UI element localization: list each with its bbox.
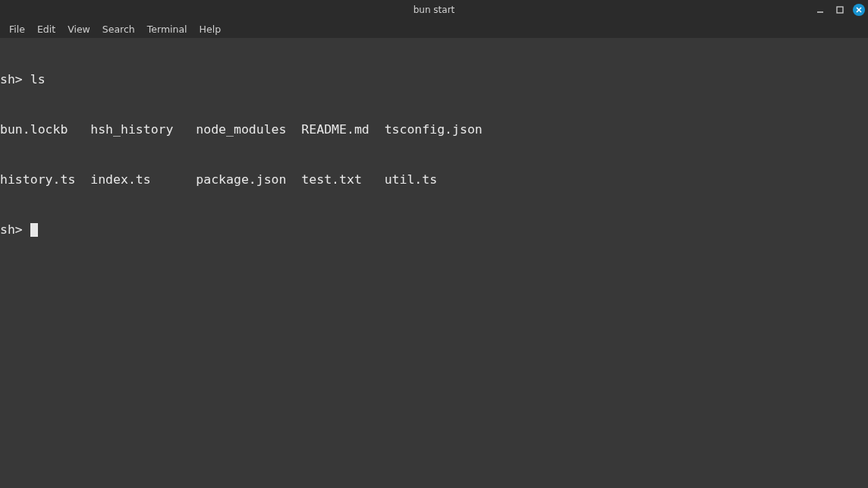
maximize-icon[interactable] — [833, 3, 847, 17]
terminal-body[interactable]: sh> ls bun.lockb hsh_history node_module… — [0, 38, 868, 255]
minimize-icon[interactable] — [813, 3, 827, 17]
terminal-line: bun.lockb hsh_history node_modules READM… — [0, 121, 868, 138]
menu-view[interactable]: View — [61, 21, 96, 37]
terminal-prompt-line: sh> — [0, 222, 868, 238]
menu-help[interactable]: Help — [193, 21, 228, 37]
window-controls — [813, 0, 865, 20]
menu-terminal[interactable]: Terminal — [141, 21, 193, 37]
menubar: File Edit View Search Terminal Help — [0, 20, 868, 38]
terminal-prompt: sh> — [0, 222, 30, 238]
cursor-icon — [30, 223, 38, 237]
svg-rect-1 — [837, 7, 843, 13]
menu-edit[interactable]: Edit — [31, 21, 61, 37]
menu-file[interactable]: File — [3, 21, 31, 37]
terminal-line: history.ts index.ts package.json test.tx… — [0, 172, 868, 188]
menu-search[interactable]: Search — [96, 21, 141, 37]
titlebar: bun start — [0, 0, 868, 20]
window-title: bun start — [414, 5, 455, 15]
close-icon[interactable] — [853, 4, 865, 16]
terminal-line: sh> ls — [0, 71, 868, 88]
